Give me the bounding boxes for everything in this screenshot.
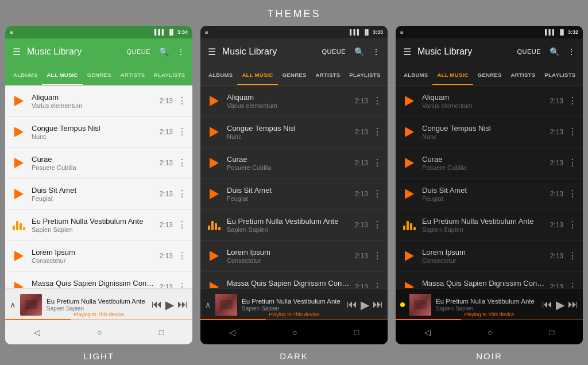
track-more-button[interactable]: ⋮: [373, 250, 382, 261]
now-playing-bar[interactable]: ∧ Eu Pretium Nulla Vestibulum Ante Sapie…: [200, 288, 388, 320]
next-button[interactable]: ⏭: [568, 298, 578, 310]
tab-artists[interactable]: ARTISTS: [116, 65, 150, 85]
track-item[interactable]: Lorem Ipsum Consectetur 2:13 ⋮: [200, 240, 388, 271]
track-item[interactable]: Eu Pretium Nulla Vestibulum Ante Sapien …: [396, 209, 583, 240]
home-button[interactable]: ○: [488, 328, 492, 337]
track-more-button[interactable]: ⋮: [373, 219, 382, 230]
now-playing-title: Eu Pretium Nulla Vestibulum Ante: [436, 298, 537, 305]
play-pause-button[interactable]: ▶: [556, 298, 564, 312]
track-item[interactable]: Massa Quis Sapien Dignissim Consequat Cr…: [396, 271, 583, 288]
track-more-button[interactable]: ⋮: [568, 126, 577, 137]
track-item[interactable]: Massa Quis Sapien Dignissim Consequat Cr…: [5, 271, 192, 288]
now-playing-bar[interactable]: ∧ Eu Pretium Nulla Vestibulum Ante Sapie…: [5, 288, 192, 320]
track-item[interactable]: Lorem Ipsum Consectetur 2:13 ⋮: [396, 240, 583, 271]
track-more-button[interactable]: ⋮: [177, 126, 187, 137]
tab-genres[interactable]: GENRES: [278, 65, 311, 85]
tab-genres[interactable]: GENRES: [473, 65, 506, 85]
track-item[interactable]: Aliquam Varius elementum 2:13 ⋮: [200, 86, 388, 117]
tab-albums[interactable]: ALBUMS: [399, 65, 432, 85]
tab-all-music[interactable]: ALL MUSIC: [237, 65, 277, 85]
menu-icon[interactable]: ☰: [206, 45, 218, 59]
home-button[interactable]: ○: [292, 328, 297, 337]
tab-albums[interactable]: ALBUMS: [204, 65, 237, 85]
search-icon[interactable]: 🔍: [548, 46, 561, 57]
track-more-button[interactable]: ⋮: [177, 157, 187, 168]
now-playing-chevron[interactable]: ∧: [10, 300, 16, 309]
track-item[interactable]: Lorem Ipsum Consectetur 2:13 ⋮: [5, 240, 192, 271]
track-more-button[interactable]: ⋮: [568, 188, 577, 199]
track-more-button[interactable]: ⋮: [568, 250, 577, 261]
track-item[interactable]: Duis Sit Amet Feugiat 2:13 ⋮: [396, 178, 583, 209]
track-more-button[interactable]: ⋮: [177, 188, 187, 199]
back-button[interactable]: ◁: [34, 328, 40, 337]
tab-folde[interactable]: FOLDE: [189, 65, 192, 85]
track-item[interactable]: Duis Sit Amet Feugiat 2:13 ⋮: [200, 178, 388, 209]
back-button[interactable]: ◁: [229, 328, 235, 337]
bar4: [218, 227, 220, 230]
previous-button[interactable]: ⏮: [347, 298, 357, 310]
track-more-button[interactable]: ⋮: [373, 126, 382, 137]
track-more-button[interactable]: ⋮: [373, 188, 382, 199]
track-icon: [401, 220, 417, 230]
search-icon[interactable]: 🔍: [353, 46, 366, 57]
track-more-button[interactable]: ⋮: [177, 250, 187, 261]
playback-controls: ⏮ ▶ ⏭: [347, 298, 383, 312]
previous-button[interactable]: ⏮: [542, 298, 552, 310]
track-more-button[interactable]: ⋮: [177, 219, 187, 230]
track-item[interactable]: Congue Tempus Nisl Nunc 2:13 ⋮: [200, 117, 388, 147]
back-button[interactable]: ◁: [424, 328, 431, 337]
tab-playlists[interactable]: PLAYLISTS: [149, 65, 189, 85]
recents-button[interactable]: □: [159, 328, 164, 337]
track-item[interactable]: Eu Pretium Nulla Vestibulum Ante Sapien …: [200, 209, 388, 240]
recents-button[interactable]: □: [354, 328, 359, 337]
recents-button[interactable]: □: [550, 328, 554, 337]
more-icon[interactable]: ⋮: [566, 46, 577, 57]
menu-icon[interactable]: ☰: [401, 45, 413, 59]
track-more-button[interactable]: ⋮: [177, 281, 187, 288]
track-more-button[interactable]: ⋮: [568, 95, 577, 106]
track-more-button[interactable]: ⋮: [373, 281, 382, 288]
tab-folde[interactable]: FOLDE: [385, 65, 388, 85]
track-item[interactable]: Curae Posuere Cubilia 2:13 ⋮: [5, 147, 192, 178]
queue-button[interactable]: QUEUE: [124, 47, 153, 56]
track-more-button[interactable]: ⋮: [568, 157, 577, 168]
next-button[interactable]: ⏭: [373, 298, 383, 310]
track-more-button[interactable]: ⋮: [373, 157, 382, 168]
menu-icon[interactable]: ☰: [11, 45, 22, 59]
track-more-button[interactable]: ⋮: [373, 95, 382, 106]
track-item[interactable]: Duis Sit Amet Feugiat 2:13 ⋮: [5, 178, 192, 209]
tab-playlists[interactable]: PLAYLISTS: [540, 65, 580, 85]
now-playing-chevron[interactable]: ∧: [205, 300, 211, 309]
tab-artists[interactable]: ARTISTS: [506, 65, 540, 85]
tab-playlists[interactable]: PLAYLISTS: [345, 65, 385, 85]
tab-albums[interactable]: ALBUMS: [9, 65, 42, 85]
tab-all-music[interactable]: ALL MUSIC: [42, 65, 82, 85]
track-more-button[interactable]: ⋮: [568, 281, 577, 288]
more-icon[interactable]: ⋮: [175, 46, 187, 57]
track-item[interactable]: Aliquam Varius elementum 2:13 ⋮: [396, 86, 583, 117]
queue-button[interactable]: QUEUE: [514, 47, 543, 56]
track-subtitle: Varius elementum: [32, 102, 155, 109]
track-more-button[interactable]: ⋮: [177, 95, 187, 106]
play-pause-button[interactable]: ▶: [165, 298, 174, 312]
search-icon[interactable]: 🔍: [157, 46, 171, 57]
tab-all-music[interactable]: ALL MUSIC: [432, 65, 473, 85]
now-playing-bar[interactable]: Eu Pretium Nulla Vestibulum Ante Sapien …: [396, 288, 583, 320]
queue-button[interactable]: QUEUE: [319, 47, 348, 56]
track-item[interactable]: Aliquam Varius elementum 2:13 ⋮: [5, 86, 192, 117]
home-button[interactable]: ○: [97, 328, 102, 337]
track-item[interactable]: Curae Posuere Cubilia 2:13 ⋮: [396, 147, 583, 178]
tab-folde[interactable]: FOLDE: [580, 65, 583, 85]
track-item[interactable]: Congue Tempus Nisl Nunc 2:13 ⋮: [396, 117, 583, 147]
previous-button[interactable]: ⏮: [152, 298, 162, 310]
more-icon[interactable]: ⋮: [370, 46, 382, 57]
tab-genres[interactable]: GENRES: [83, 65, 116, 85]
track-item[interactable]: Massa Quis Sapien Dignissim Consequat Cr…: [200, 271, 388, 288]
track-item[interactable]: Curae Posuere Cubilia 2:13 ⋮: [200, 147, 388, 178]
track-more-button[interactable]: ⋮: [568, 219, 577, 230]
play-pause-button[interactable]: ▶: [361, 298, 369, 312]
track-item[interactable]: Eu Pretium Nulla Vestibulum Ante Sapien …: [5, 209, 192, 240]
track-item[interactable]: Congue Tempus Nisl Nunc 2:13 ⋮: [5, 117, 192, 147]
tab-artists[interactable]: ARTISTS: [311, 65, 345, 85]
next-button[interactable]: ⏭: [177, 298, 188, 310]
